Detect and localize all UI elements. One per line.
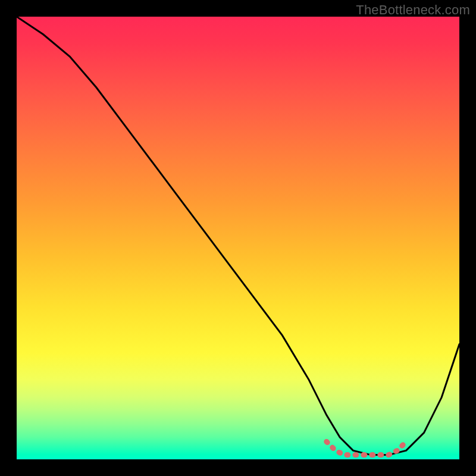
- marker-group: [327, 441, 406, 455]
- chart-frame: TheBottleneck.com: [0, 0, 476, 476]
- watermark-text: TheBottleneck.com: [356, 2, 470, 18]
- chart-svg: [17, 17, 459, 459]
- optimal-range-marker: [327, 441, 406, 455]
- curve-group: [17, 17, 459, 455]
- plot-area: [17, 17, 459, 459]
- bottleneck-curve: [17, 17, 459, 455]
